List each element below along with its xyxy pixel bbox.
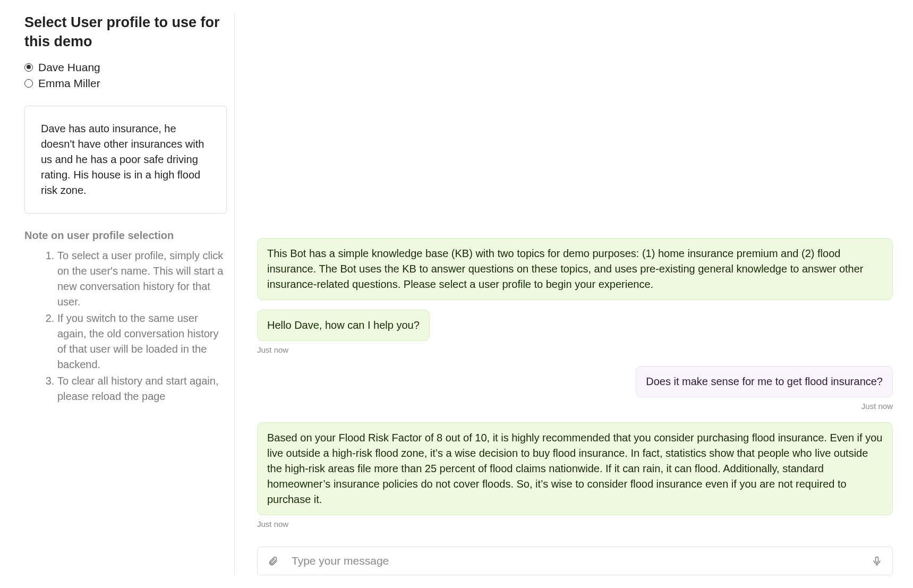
- microphone-icon[interactable]: [871, 554, 883, 568]
- profile-description-card: Dave has auto insurance, he doesn't have…: [24, 106, 227, 214]
- message-text: This Bot has a simple knowledge base (KB…: [267, 248, 864, 290]
- profile-label: Dave Huang: [38, 61, 100, 74]
- bot-message: Hello Dave, how can I help you?: [257, 310, 430, 341]
- notes-item: If you switch to the same user again, th…: [57, 311, 227, 372]
- user-message: Does it make sense for me to get flood i…: [636, 366, 893, 397]
- notes-item: To select a user profile, simply click o…: [57, 248, 227, 310]
- notes-item: To clear all history and start again, pl…: [57, 373, 227, 404]
- sidebar-heading: Select User profile to use for this demo: [24, 13, 227, 52]
- bot-message: Based on your Flood Risk Factor of 8 out…: [257, 422, 893, 515]
- sidebar: Select User profile to use for this demo…: [6, 13, 235, 575]
- message-input-row: [257, 547, 893, 575]
- message-text: Does it make sense for me to get flood i…: [646, 376, 883, 387]
- radio-icon: [24, 63, 33, 72]
- message-timestamp: Just now: [861, 402, 893, 411]
- svg-rect-0: [876, 557, 878, 563]
- chat-stream: This Bot has a simple knowledge base (KB…: [257, 21, 893, 543]
- message-text: Based on your Flood Risk Factor of 8 out…: [267, 432, 882, 505]
- chat-area: This Bot has a simple knowledge base (KB…: [235, 13, 907, 575]
- profile-radio-dave[interactable]: Dave Huang: [24, 61, 227, 74]
- profile-label: Emma Miller: [38, 77, 100, 90]
- message-input[interactable]: [279, 553, 871, 568]
- message-text: Hello Dave, how can I help you?: [267, 319, 420, 331]
- profile-description-text: Dave has auto insurance, he doesn't have…: [41, 123, 204, 196]
- message-timestamp: Just now: [257, 519, 893, 529]
- profile-radio-emma[interactable]: Emma Miller: [24, 77, 227, 90]
- notes-list: To select a user profile, simply click o…: [24, 248, 227, 404]
- spacer: [257, 302, 893, 310]
- attachment-icon[interactable]: [267, 554, 279, 568]
- bot-message: This Bot has a simple knowledge base (KB…: [257, 238, 893, 300]
- message-timestamp: Just now: [257, 345, 893, 354]
- notes-heading: Note on user profile selection: [24, 229, 227, 242]
- radio-icon: [24, 79, 33, 88]
